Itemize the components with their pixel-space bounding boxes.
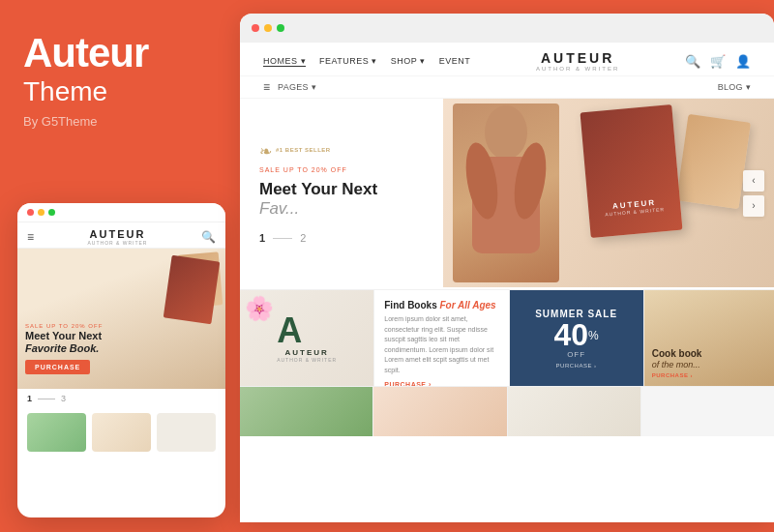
nav-icons: 🔍 🛒 👤 bbox=[685, 54, 751, 69]
by-line: By G5Theme bbox=[23, 114, 217, 129]
mobile-bottom-card-2 bbox=[92, 413, 151, 452]
summer-sale-link[interactable]: PURCHASE › bbox=[556, 363, 597, 369]
badge-text: #1 BEST SELLER bbox=[276, 147, 331, 155]
woman-silhouette bbox=[453, 103, 559, 282]
summer-sale-off: OFF bbox=[567, 350, 585, 359]
left-panel: Auteur Theme By G5Theme ≡ AUTEUR AUTHOR … bbox=[0, 0, 240, 532]
bottom-card-logo: 🌸 A AUTEUR AUTHOR & WRITER bbox=[240, 290, 374, 386]
strip-card-1 bbox=[240, 387, 373, 436]
cook-book-text: Cook book of the mon... PURCHASE › bbox=[652, 347, 766, 378]
next-arrow-button[interactable]: › bbox=[743, 195, 764, 217]
pagination-next: 2 bbox=[300, 232, 306, 244]
mobile-chrome-bar bbox=[17, 203, 225, 222]
summer-sale-sup: % bbox=[588, 328, 599, 341]
pagination-line bbox=[273, 238, 292, 239]
sale-label: SALE UP TO 20% OFF bbox=[259, 166, 424, 173]
bottom-card-find-books: Find Books For All Ages Lorem ipsum dolo… bbox=[374, 290, 509, 386]
find-books-italic: For All Ages bbox=[439, 300, 495, 310]
browser-chrome-bar bbox=[240, 14, 774, 43]
hero-heading: Meet Your Next bbox=[259, 179, 424, 199]
nav-link-pages[interactable]: PAGES ▾ bbox=[278, 82, 316, 92]
browser-bottom-strip bbox=[240, 386, 774, 436]
hero-pagination: 1 2 bbox=[259, 232, 424, 244]
card-logo-name: AUTEUR bbox=[277, 348, 337, 357]
bottom-card-cook-book: Cook book of the mon... PURCHASE › bbox=[644, 290, 774, 386]
strip-white-bg bbox=[641, 387, 774, 436]
search-icon[interactable]: 🔍 bbox=[685, 54, 700, 69]
wreath-icon: ❧ bbox=[259, 142, 272, 161]
find-books-label: Find Books bbox=[384, 300, 436, 310]
mobile-dots bbox=[27, 209, 55, 216]
mobile-preview-card: ≡ AUTEUR AUTHOR & WRITER 🔍 SALE UP TO 20… bbox=[17, 203, 225, 517]
strip-card-4 bbox=[641, 387, 774, 436]
mobile-bottom-card-3 bbox=[157, 413, 216, 452]
mobile-nav: ≡ AUTEUR AUTHOR & WRITER 🔍 bbox=[17, 222, 225, 249]
best-seller-badge: ❧ #1 BEST SELLER bbox=[259, 142, 424, 161]
find-books-heading: Find Books For All Ages bbox=[384, 300, 498, 310]
user-icon[interactable]: 👤 bbox=[735, 54, 751, 69]
mobile-pagination: 1 —— 3 bbox=[17, 389, 225, 408]
find-books-text: Lorem ipsum dolor sit amet, consectetur … bbox=[384, 314, 498, 375]
site-tagline: AUTHOR & WRITER bbox=[536, 66, 619, 72]
mobile-purchase-button[interactable]: PURCHASE bbox=[25, 360, 90, 374]
site-top-nav: HOMES ▾ FEATURES ▾ SHOP ▾ EVENT AUTEUR A… bbox=[240, 43, 774, 76]
bottom-card-summer-sale: SUMMER SALE 40% OFF PURCHASE › bbox=[510, 290, 644, 386]
card-logo-tagline: AUTHOR & WRITER bbox=[277, 357, 337, 363]
site-logo: AUTEUR bbox=[536, 50, 619, 66]
mobile-search-icon[interactable]: 🔍 bbox=[201, 230, 216, 244]
secondary-nav: ≡ PAGES ▾ BLOG ▾ bbox=[240, 76, 774, 99]
cook-book-title: Cook book bbox=[652, 347, 766, 360]
browser-dot-yellow bbox=[264, 24, 272, 32]
browser-dot-red bbox=[252, 24, 259, 32]
summer-sale-percent: 40 bbox=[553, 317, 588, 352]
pagination-current: 1 bbox=[259, 232, 265, 244]
cart-icon[interactable]: 🛒 bbox=[710, 54, 726, 69]
hero-book-secondary bbox=[676, 114, 751, 209]
hero-subheading: Fav... bbox=[259, 199, 424, 219]
mobile-page-sep: —— bbox=[38, 394, 55, 403]
card-logo-letter: A bbox=[277, 313, 337, 348]
brand-title: Auteur bbox=[23, 31, 217, 75]
hero-right: 👓 AUTEUR AUTHOR & WRITER ‹ › bbox=[443, 99, 774, 287]
woman-svg bbox=[453, 103, 559, 282]
site-logo-area: AUTEUR AUTHOR & WRITER bbox=[536, 50, 619, 72]
nav-link-event[interactable]: EVENT bbox=[439, 56, 471, 66]
strip-light-bg bbox=[508, 387, 640, 436]
mobile-tagline: AUTHOR & WRITER bbox=[88, 240, 148, 246]
mobile-bottom-card-1 bbox=[27, 413, 86, 452]
hero-book-cover-text: AUTEUR AUTHOR & WRITER bbox=[596, 196, 673, 218]
hero-nav-arrows: ‹ › bbox=[743, 170, 764, 217]
flower-decor: 🌸 bbox=[245, 295, 274, 322]
card-logo-big: A AUTEUR AUTHOR & WRITER bbox=[277, 313, 337, 363]
hero-heading-line1: Meet Your Ne bbox=[259, 180, 363, 198]
hero-left: ❧ #1 BEST SELLER SALE UP TO 20% OFF Meet… bbox=[240, 99, 443, 287]
mobile-sale-label: SALE UP TO 20% OFF bbox=[25, 323, 103, 329]
mobile-dot-yellow bbox=[38, 209, 45, 216]
mobile-logo: AUTEUR AUTHOR & WRITER bbox=[88, 228, 148, 246]
mobile-page-next: 3 bbox=[61, 394, 66, 403]
mobile-dot-green bbox=[48, 209, 55, 216]
strip-card-3 bbox=[508, 387, 641, 436]
hamburger-icon[interactable]: ≡ bbox=[263, 80, 270, 94]
browser-panel: HOMES ▾ FEATURES ▾ SHOP ▾ EVENT AUTEUR A… bbox=[240, 14, 774, 522]
mobile-logo-text: AUTEUR bbox=[88, 228, 148, 240]
mobile-hamburger-icon[interactable]: ≡ bbox=[27, 230, 34, 244]
nav-link-blog[interactable]: BLOG ▾ bbox=[718, 82, 751, 92]
strip-green-bg bbox=[240, 387, 372, 436]
mobile-hero-subheading: Favorite Book. bbox=[25, 342, 103, 354]
mobile-hero: SALE UP TO 20% OFF Meet Your Next Favori… bbox=[17, 249, 225, 389]
find-books-link[interactable]: PURCHASE › bbox=[384, 381, 498, 386]
svg-point-0 bbox=[485, 105, 527, 160]
prev-arrow-button[interactable]: ‹ bbox=[743, 170, 764, 192]
nav-link-features[interactable]: FEATURES ▾ bbox=[319, 56, 377, 66]
nav-link-shop[interactable]: SHOP ▾ bbox=[391, 56, 426, 66]
mobile-book-main bbox=[164, 255, 221, 324]
mobile-page-current: 1 bbox=[27, 394, 32, 403]
mobile-hero-heading: Meet Your Next bbox=[25, 329, 103, 342]
hero-woman-figure bbox=[453, 103, 559, 282]
cook-book-subtitle: of the mon... bbox=[652, 360, 766, 369]
strip-card-2 bbox=[373, 387, 507, 436]
cook-book-link[interactable]: PURCHASE › bbox=[652, 372, 766, 378]
mobile-dot-red bbox=[27, 209, 34, 216]
nav-link-homes[interactable]: HOMES ▾ bbox=[263, 56, 306, 67]
